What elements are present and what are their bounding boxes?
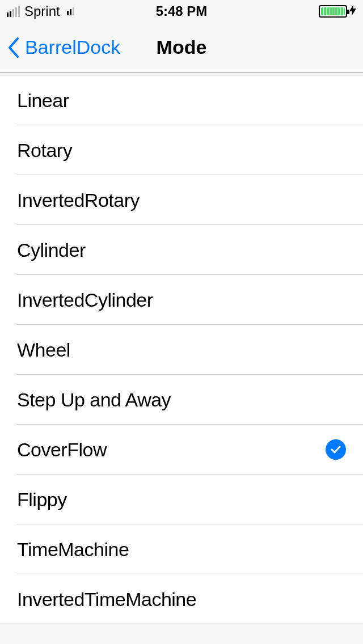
signal-strength-icon-2 <box>67 7 74 15</box>
list-item[interactable]: Linear <box>0 75 363 125</box>
item-label: TimeMachine <box>17 539 129 561</box>
list-item[interactable]: InvertedRotary <box>0 175 363 225</box>
item-label: Rotary <box>17 139 72 162</box>
page-title: Mode <box>157 36 207 58</box>
item-label: Flippy <box>17 489 67 511</box>
list-item[interactable]: TimeMachine <box>0 524 363 574</box>
list-item[interactable]: Flippy <box>0 474 363 524</box>
item-label: Wheel <box>17 339 70 361</box>
item-label: CoverFlow <box>17 439 107 461</box>
chevron-left-icon <box>7 36 20 59</box>
status-left: Sprint <box>7 3 74 19</box>
back-button[interactable]: BarrelDock <box>0 36 120 59</box>
list-item[interactable]: InvertedCylinder <box>0 275 363 325</box>
item-label: Linear <box>17 90 69 112</box>
status-right <box>319 5 356 19</box>
battery-icon <box>319 5 347 18</box>
mode-list: LinearRotaryInvertedRotaryCylinderInvert… <box>0 75 363 624</box>
list-item[interactable]: CoverFlow <box>0 425 363 474</box>
list-item[interactable]: Cylinder <box>0 225 363 275</box>
signal-strength-icon <box>7 6 20 17</box>
navigation-bar: BarrelDock Mode <box>0 23 363 73</box>
content-area: LinearRotaryInvertedRotaryCylinderInvert… <box>0 75 363 624</box>
list-item[interactable]: Wheel <box>0 325 363 375</box>
clock-label: 5:48 PM <box>156 3 208 19</box>
item-label: InvertedCylinder <box>17 289 153 311</box>
list-item[interactable]: InvertedTimeMachine <box>0 574 363 624</box>
checkmark-icon <box>326 439 346 460</box>
carrier-label: Sprint <box>24 3 60 19</box>
list-item[interactable]: Step Up and Away <box>0 375 363 425</box>
item-label: Step Up and Away <box>17 389 171 411</box>
charging-icon <box>349 5 356 19</box>
list-item[interactable]: Rotary <box>0 125 363 175</box>
item-label: Cylinder <box>17 239 86 261</box>
status-bar: Sprint 5:48 PM <box>0 0 363 23</box>
item-label: InvertedRotary <box>17 189 140 211</box>
back-label: BarrelDock <box>25 36 120 58</box>
item-label: InvertedTimeMachine <box>17 588 196 611</box>
